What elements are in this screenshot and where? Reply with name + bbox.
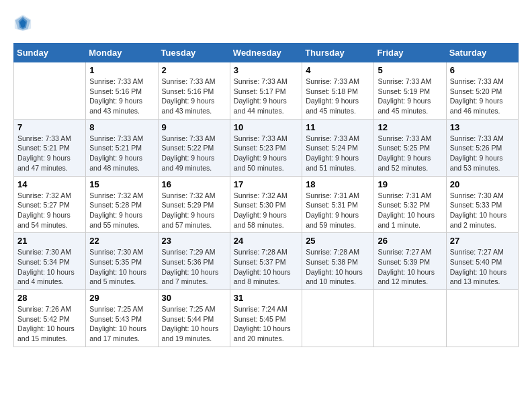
- day-number: 9: [162, 122, 226, 132]
- calendar-cell: 23Sunrise: 7:29 AM Sunset: 5:36 PM Dayli…: [158, 233, 230, 290]
- day-number: 4: [306, 65, 370, 75]
- calendar-cell: 18Sunrise: 7:31 AM Sunset: 5:31 PM Dayli…: [302, 176, 374, 233]
- calendar-header-row: SundayMondayTuesdayWednesdayThursdayFrid…: [14, 44, 519, 62]
- calendar-cell: 24Sunrise: 7:28 AM Sunset: 5:37 PM Dayli…: [230, 233, 302, 290]
- day-info: Sunrise: 7:28 AM Sunset: 5:37 PM Dayligh…: [234, 247, 298, 287]
- col-header-monday: Monday: [86, 44, 158, 62]
- calendar-cell: 11Sunrise: 7:33 AM Sunset: 5:24 PM Dayli…: [302, 119, 374, 176]
- calendar-cell: 1Sunrise: 7:33 AM Sunset: 5:16 PM Daylig…: [86, 62, 158, 120]
- calendar-cell: 16Sunrise: 7:32 AM Sunset: 5:29 PM Dayli…: [158, 176, 230, 233]
- calendar-week-row: 7Sunrise: 7:33 AM Sunset: 5:21 PM Daylig…: [14, 119, 519, 176]
- day-info: Sunrise: 7:31 AM Sunset: 5:31 PM Dayligh…: [306, 191, 370, 230]
- calendar-cell: [374, 290, 446, 347]
- day-number: 16: [162, 179, 226, 189]
- day-info: Sunrise: 7:26 AM Sunset: 5:42 PM Dayligh…: [17, 304, 82, 344]
- calendar-cell: 12Sunrise: 7:33 AM Sunset: 5:25 PM Dayli…: [374, 119, 446, 176]
- day-info: Sunrise: 7:33 AM Sunset: 5:18 PM Dayligh…: [306, 77, 370, 116]
- day-number: 3: [234, 65, 298, 75]
- calendar-cell: 26Sunrise: 7:27 AM Sunset: 5:39 PM Dayli…: [374, 233, 446, 290]
- day-info: Sunrise: 7:32 AM Sunset: 5:28 PM Dayligh…: [89, 191, 154, 230]
- day-number: 13: [450, 122, 515, 132]
- calendar-cell: 25Sunrise: 7:28 AM Sunset: 5:38 PM Dayli…: [302, 233, 374, 290]
- day-number: 26: [378, 236, 442, 246]
- day-number: 8: [89, 122, 154, 132]
- day-number: 1: [89, 65, 154, 75]
- calendar-week-row: 1Sunrise: 7:33 AM Sunset: 5:16 PM Daylig…: [14, 62, 519, 120]
- col-header-thursday: Thursday: [302, 44, 374, 62]
- calendar-cell: 15Sunrise: 7:32 AM Sunset: 5:28 PM Dayli…: [86, 176, 158, 233]
- calendar-cell: 7Sunrise: 7:33 AM Sunset: 5:21 PM Daylig…: [14, 119, 86, 176]
- day-info: Sunrise: 7:30 AM Sunset: 5:33 PM Dayligh…: [450, 191, 515, 230]
- calendar-cell: 6Sunrise: 7:33 AM Sunset: 5:20 PM Daylig…: [446, 62, 518, 120]
- day-number: 12: [378, 122, 442, 132]
- day-number: 21: [17, 236, 82, 246]
- day-number: 30: [162, 293, 226, 303]
- calendar-week-row: 28Sunrise: 7:26 AM Sunset: 5:42 PM Dayli…: [14, 290, 519, 347]
- day-number: 17: [234, 179, 298, 189]
- calendar-cell: 30Sunrise: 7:25 AM Sunset: 5:44 PM Dayli…: [158, 290, 230, 347]
- day-info: Sunrise: 7:30 AM Sunset: 5:34 PM Dayligh…: [17, 247, 82, 287]
- calendar-cell: [302, 290, 374, 347]
- day-number: 15: [89, 179, 154, 189]
- day-number: 19: [378, 179, 442, 189]
- calendar-cell: 21Sunrise: 7:30 AM Sunset: 5:34 PM Dayli…: [14, 233, 86, 290]
- day-info: Sunrise: 7:25 AM Sunset: 5:44 PM Dayligh…: [162, 304, 226, 344]
- day-info: Sunrise: 7:30 AM Sunset: 5:35 PM Dayligh…: [89, 247, 154, 287]
- day-number: 11: [306, 122, 370, 132]
- day-info: Sunrise: 7:27 AM Sunset: 5:40 PM Dayligh…: [450, 247, 515, 287]
- day-info: Sunrise: 7:33 AM Sunset: 5:25 PM Dayligh…: [378, 134, 442, 173]
- calendar-cell: 31Sunrise: 7:24 AM Sunset: 5:45 PM Dayli…: [230, 290, 302, 347]
- col-header-tuesday: Tuesday: [158, 44, 230, 62]
- day-info: Sunrise: 7:33 AM Sunset: 5:16 PM Dayligh…: [162, 77, 226, 116]
- day-number: 20: [450, 179, 515, 189]
- day-info: Sunrise: 7:33 AM Sunset: 5:19 PM Dayligh…: [378, 77, 442, 116]
- day-info: Sunrise: 7:33 AM Sunset: 5:17 PM Dayligh…: [234, 77, 298, 116]
- calendar-cell: 22Sunrise: 7:30 AM Sunset: 5:35 PM Dayli…: [86, 233, 158, 290]
- day-info: Sunrise: 7:27 AM Sunset: 5:39 PM Dayligh…: [378, 247, 442, 287]
- calendar-cell: 3Sunrise: 7:33 AM Sunset: 5:17 PM Daylig…: [230, 62, 302, 120]
- day-info: Sunrise: 7:31 AM Sunset: 5:32 PM Dayligh…: [378, 191, 442, 230]
- calendar-cell: 27Sunrise: 7:27 AM Sunset: 5:40 PM Dayli…: [446, 233, 518, 290]
- calendar-cell: 9Sunrise: 7:33 AM Sunset: 5:22 PM Daylig…: [158, 119, 230, 176]
- day-info: Sunrise: 7:32 AM Sunset: 5:30 PM Dayligh…: [234, 191, 298, 230]
- day-number: 24: [234, 236, 298, 246]
- calendar-week-row: 14Sunrise: 7:32 AM Sunset: 5:27 PM Dayli…: [14, 176, 519, 233]
- col-header-friday: Friday: [374, 44, 446, 62]
- day-number: 6: [450, 65, 515, 75]
- day-info: Sunrise: 7:28 AM Sunset: 5:38 PM Dayligh…: [306, 247, 370, 287]
- page-header: [13, 13, 519, 32]
- day-info: Sunrise: 7:33 AM Sunset: 5:23 PM Dayligh…: [234, 134, 298, 173]
- day-info: Sunrise: 7:32 AM Sunset: 5:27 PM Dayligh…: [17, 191, 82, 230]
- day-number: 29: [89, 293, 154, 303]
- calendar-cell: [14, 62, 86, 120]
- day-number: 14: [17, 179, 82, 189]
- calendar-cell: 20Sunrise: 7:30 AM Sunset: 5:33 PM Dayli…: [446, 176, 518, 233]
- calendar-cell: [446, 290, 518, 347]
- day-info: Sunrise: 7:33 AM Sunset: 5:21 PM Dayligh…: [17, 134, 82, 173]
- day-number: 25: [306, 236, 370, 246]
- calendar-week-row: 21Sunrise: 7:30 AM Sunset: 5:34 PM Dayli…: [14, 233, 519, 290]
- calendar-cell: 29Sunrise: 7:25 AM Sunset: 5:43 PM Dayli…: [86, 290, 158, 347]
- day-number: 31: [234, 293, 298, 303]
- calendar-cell: 19Sunrise: 7:31 AM Sunset: 5:32 PM Dayli…: [374, 176, 446, 233]
- col-header-wednesday: Wednesday: [230, 44, 302, 62]
- day-info: Sunrise: 7:32 AM Sunset: 5:29 PM Dayligh…: [162, 191, 226, 230]
- logo-icon: [13, 13, 32, 32]
- day-info: Sunrise: 7:33 AM Sunset: 5:26 PM Dayligh…: [450, 134, 515, 173]
- day-info: Sunrise: 7:33 AM Sunset: 5:21 PM Dayligh…: [89, 134, 154, 173]
- calendar-cell: 5Sunrise: 7:33 AM Sunset: 5:19 PM Daylig…: [374, 62, 446, 120]
- day-info: Sunrise: 7:29 AM Sunset: 5:36 PM Dayligh…: [162, 247, 226, 287]
- day-info: Sunrise: 7:33 AM Sunset: 5:24 PM Dayligh…: [306, 134, 370, 173]
- col-header-saturday: Saturday: [446, 44, 518, 62]
- calendar-cell: 13Sunrise: 7:33 AM Sunset: 5:26 PM Dayli…: [446, 119, 518, 176]
- calendar-cell: 8Sunrise: 7:33 AM Sunset: 5:21 PM Daylig…: [86, 119, 158, 176]
- day-number: 2: [162, 65, 226, 75]
- day-number: 27: [450, 236, 515, 246]
- logo: [13, 13, 35, 32]
- calendar-cell: 14Sunrise: 7:32 AM Sunset: 5:27 PM Dayli…: [14, 176, 86, 233]
- day-info: Sunrise: 7:25 AM Sunset: 5:43 PM Dayligh…: [89, 304, 154, 344]
- day-number: 22: [89, 236, 154, 246]
- day-number: 5: [378, 65, 442, 75]
- day-info: Sunrise: 7:33 AM Sunset: 5:20 PM Dayligh…: [450, 77, 515, 116]
- day-info: Sunrise: 7:33 AM Sunset: 5:16 PM Dayligh…: [89, 77, 154, 116]
